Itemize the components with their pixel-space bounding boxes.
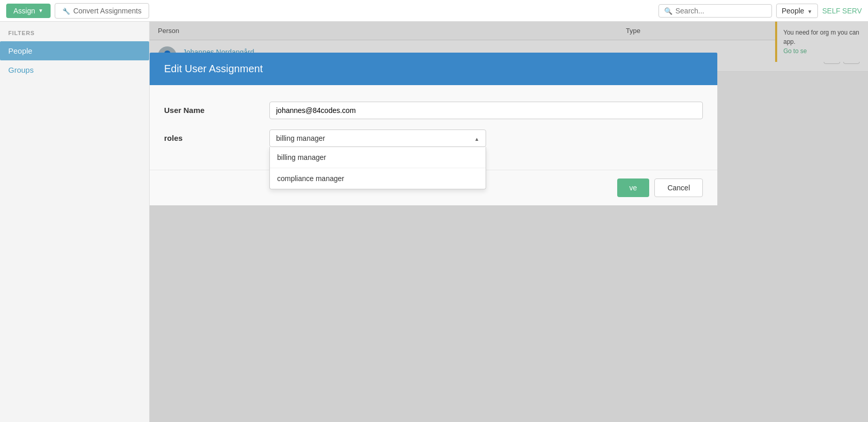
convert-assignments-button[interactable]: Convert Assignments — [55, 3, 149, 19]
modal-overlay: Edit User Assignment User Name roles — [150, 22, 868, 422]
modal: Edit User Assignment User Name roles — [150, 53, 717, 205]
wrench-icon — [62, 7, 70, 15]
self-serve-label: SELF SERV — [822, 7, 862, 15]
convert-assignments-label: Convert Assignments — [73, 7, 141, 15]
main-layout: FILTERS People Groups Person Type 👤 Joha… — [0, 22, 868, 422]
roles-select-display[interactable]: billing manager — [269, 129, 486, 147]
search-icon — [664, 7, 672, 15]
roles-label: roles — [164, 129, 257, 142]
people-dropdown-label: People — [782, 7, 805, 15]
roles-option-compliance-manager[interactable]: compliance manager — [270, 168, 486, 189]
cancel-button[interactable]: Cancel — [654, 178, 703, 197]
toolbar: Assign ▼ Convert Assignments People SELF… — [0, 0, 868, 22]
roles-dropdown-wrapper: billing manager billing manager complian… — [269, 129, 486, 147]
username-label: User Name — [164, 102, 257, 115]
filters-label: FILTERS — [0, 30, 149, 41]
sidebar-item-people[interactable]: People — [0, 41, 149, 60]
modal-title: Edit User Assignment — [164, 63, 263, 74]
assign-chevron-icon: ▼ — [38, 8, 43, 13]
people-dropdown[interactable]: People — [776, 4, 818, 18]
save-button[interactable]: ve — [617, 178, 650, 197]
people-chevron-icon — [807, 7, 812, 15]
roles-dropdown-list: billing manager compliance manager — [269, 147, 486, 189]
roles-option-compliance-manager-label: compliance manager — [277, 174, 344, 183]
roles-option-billing-manager[interactable]: billing manager — [270, 147, 486, 168]
search-wrapper — [658, 4, 772, 18]
cancel-label: Cancel — [667, 184, 690, 192]
roles-option-billing-manager-label: billing manager — [277, 153, 326, 161]
save-label: ve — [630, 184, 637, 192]
roles-chevron-icon — [474, 134, 479, 142]
username-field-wrapper — [269, 102, 703, 119]
sidebar-people-label: People — [8, 46, 33, 55]
username-field[interactable] — [269, 102, 703, 119]
sidebar-item-groups[interactable]: Groups — [0, 60, 149, 79]
search-input[interactable] — [676, 7, 766, 15]
assign-button[interactable]: Assign ▼ — [6, 4, 51, 18]
sidebar: FILTERS People Groups — [0, 22, 150, 422]
modal-body: User Name roles billing manager — [150, 85, 717, 170]
modal-header: Edit User Assignment — [150, 53, 717, 85]
assign-label: Assign — [13, 7, 35, 15]
sidebar-groups-label: Groups — [8, 66, 34, 74]
roles-selected-value: billing manager — [276, 134, 325, 142]
roles-field-wrapper: billing manager billing manager complian… — [269, 129, 703, 147]
username-row: User Name — [164, 102, 703, 119]
content-area: Person Type 👤 Johannes Nordangård johann… — [150, 22, 868, 422]
roles-row: roles billing manager billing manager — [164, 129, 703, 147]
